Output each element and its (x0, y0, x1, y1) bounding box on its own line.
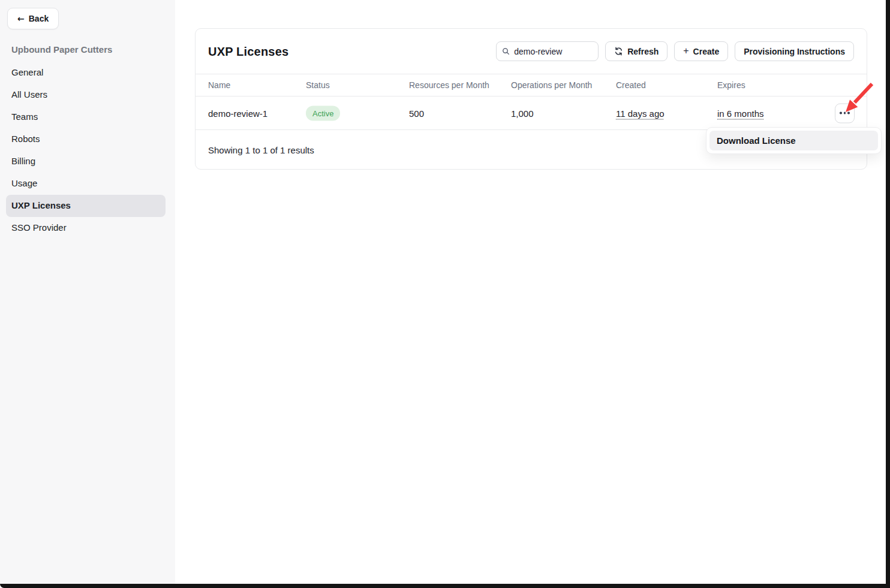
operations-per-month-value: 1,000 (511, 108, 534, 118)
sidebar-item-usage[interactable]: Usage (6, 173, 166, 195)
refresh-button[interactable]: Refresh (605, 41, 668, 61)
window-right-edge (886, 0, 890, 588)
sidebar-item-billing[interactable]: Billing (6, 150, 166, 173)
plus-icon: + (683, 46, 688, 56)
sidebar-item-all-users[interactable]: All Users (6, 84, 166, 106)
column-header-created: Created (616, 80, 646, 90)
back-button-label: Back (29, 14, 49, 23)
resources-per-month-value: 500 (409, 108, 424, 118)
column-header-status: Status (306, 80, 330, 90)
menu-item-download-license[interactable]: Download License (709, 131, 878, 150)
refresh-icon (614, 47, 623, 56)
provisioning-instructions-label: Provisioning Instructions (744, 47, 845, 56)
ellipsis-icon (840, 112, 841, 114)
sidebar-item-sso-provider[interactable]: SSO Provider (6, 217, 166, 239)
window-bottom-edge (0, 584, 890, 588)
table-header-row: Name Status Resources per Month Operatio… (196, 74, 867, 97)
expires-value[interactable]: in 6 months (717, 108, 764, 118)
create-button-label: Create (693, 47, 720, 56)
org-title: Upbound Paper Cutters (11, 44, 112, 55)
settings-sidebar: ← Back Upbound Paper Cutters General All… (0, 0, 175, 584)
search-box[interactable] (496, 41, 599, 61)
app-window: ← Back Upbound Paper Cutters General All… (0, 0, 890, 588)
column-header-expires: Expires (717, 80, 745, 90)
status-badge: Active (306, 105, 340, 120)
card-header: UXP Licenses Refresh (196, 29, 867, 74)
back-arrow-icon: ← (17, 14, 25, 23)
toolbar: Refresh + Create Provisioning Instructio… (496, 41, 854, 61)
sidebar-item-uxp-licenses[interactable]: UXP Licenses (6, 195, 166, 217)
column-header-name: Name (208, 80, 230, 90)
sidebar-item-general[interactable]: General (6, 62, 166, 84)
search-icon (502, 47, 510, 56)
status-cell: Active (306, 105, 340, 120)
column-header-operations-per-month: Operations per Month (511, 80, 592, 90)
sidebar-item-robots[interactable]: Robots (6, 128, 166, 150)
back-button[interactable]: ← Back (7, 8, 59, 29)
sidebar-item-teams[interactable]: Teams (6, 106, 166, 128)
refresh-button-label: Refresh (627, 47, 659, 56)
create-button[interactable]: + Create (674, 41, 728, 61)
row-actions-menu: Download License (706, 127, 882, 154)
sidebar-nav: General All Users Teams Robots Billing U… (0, 62, 175, 239)
table-row: demo-review-1 Active 500 1,000 11 days a… (196, 97, 867, 130)
column-header-resources-per-month: Resources per Month (409, 80, 489, 90)
page-title: UXP Licenses (208, 44, 288, 58)
created-value[interactable]: 11 days ago (616, 108, 665, 118)
provisioning-instructions-button[interactable]: Provisioning Instructions (735, 41, 854, 61)
ellipsis-icon (844, 112, 846, 114)
row-actions-menu-button[interactable] (835, 103, 855, 123)
results-count-text: Showing 1 to 1 of 1 results (208, 144, 314, 155)
search-input[interactable] (514, 47, 593, 56)
ellipsis-icon (847, 112, 849, 114)
license-name: demo-review-1 (208, 108, 267, 118)
